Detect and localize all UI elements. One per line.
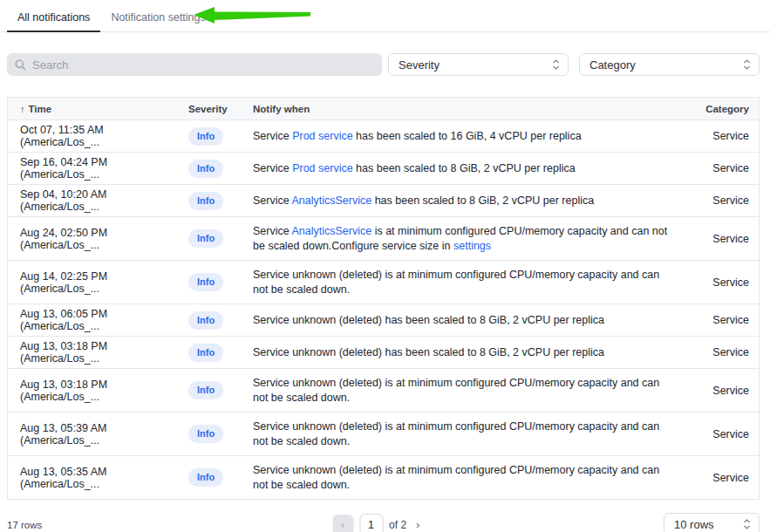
page-size-select[interactable]: 10 rows (664, 513, 760, 532)
notify-when-cell: Service Prod service has been scaled to … (253, 155, 701, 182)
table-body: Oct 07, 11:35 AM (America/Los_...InfoSer… (8, 120, 759, 500)
filter-bar: Severity Category (7, 53, 760, 76)
time-cell: Sep 04, 10:20 AM (America/Los_... (8, 188, 181, 213)
time-cell: Oct 07, 11:35 AM (America/Los_... (8, 124, 181, 148)
table-row[interactable]: Aug 13, 03:18 PM (America/Los_...InfoSer… (8, 337, 759, 369)
tab-bar: All notifications Notification settings (0, 0, 770, 32)
category-cell: Service (701, 314, 759, 326)
notify-when-text: Service unknown (deleted) is at minimum … (253, 413, 701, 455)
category-cell: Service (701, 276, 759, 289)
notification-link[interactable]: Prod service (292, 130, 352, 142)
notify-when-cell: Service AnalyticsService is at minimum c… (253, 218, 701, 260)
notification-link[interactable]: Prod service (292, 162, 352, 174)
pagination: ‹ of 2 › (332, 514, 423, 532)
severity-select-label: Severity (399, 58, 440, 72)
time-cell: Aug 14, 02:25 PM (America/Los_... (8, 270, 181, 295)
table-row[interactable]: Aug 24, 02:50 PM (America/Los_...InfoSer… (8, 217, 759, 261)
notify-when-cell: Service AnalyticsService has been scaled… (253, 188, 701, 215)
notify-when-text: Service unknown (deleted) is at minimum … (253, 370, 701, 412)
severity-cell: Info (181, 311, 253, 330)
severity-badge: Info (188, 192, 223, 210)
tab-notification-settings[interactable]: Notification settings (100, 6, 215, 31)
category-cell: Service (701, 385, 759, 397)
next-page-button[interactable]: › (412, 516, 423, 532)
time-cell: Aug 13, 03:18 PM (America/Los_... (8, 340, 181, 365)
severity-cell: Info (181, 468, 253, 487)
table-row[interactable]: Aug 14, 02:25 PM (America/Los_...InfoSer… (8, 261, 759, 304)
time-cell: Aug 13, 06:05 PM (America/Los_... (8, 308, 181, 332)
category-cell: Service (701, 428, 759, 440)
column-header-severity[interactable]: Severity (181, 104, 253, 114)
search-input[interactable] (32, 58, 374, 72)
row-count-label: 17 rows (7, 520, 42, 530)
severity-cell: Info (181, 381, 253, 399)
table-row[interactable]: Sep 16, 04:24 PM (America/Los_...InfoSer… (8, 153, 759, 185)
search-icon (15, 59, 26, 71)
severity-cell: Info (181, 127, 253, 146)
table-row[interactable]: Aug 13, 05:35 AM (America/Los_...InfoSer… (8, 456, 759, 500)
notifications-page: All notifications Notification settings … (0, 0, 770, 532)
column-header-notify-when[interactable]: Notify when (253, 104, 701, 114)
category-select-label: Category (589, 58, 636, 72)
category-cell: Service (701, 472, 759, 484)
time-cell: Aug 13, 05:39 AM (America/Los_... (8, 422, 181, 447)
table-row[interactable]: Sep 04, 10:20 AM (America/Los_...InfoSer… (8, 185, 759, 217)
severity-badge: Info (188, 160, 223, 178)
notify-when-cell: Service unknown (deleted) is at minimum … (253, 262, 701, 304)
notify-when-cell: Service Prod service has been scaled to … (253, 123, 701, 150)
severity-badge: Info (188, 468, 223, 487)
notify-when-text: Service unknown (deleted) has been scale… (253, 339, 701, 366)
severity-badge: Info (188, 381, 223, 399)
time-cell: Aug 13, 05:35 AM (America/Los_... (8, 466, 181, 490)
sort-ascending-icon: ↑ (20, 104, 25, 114)
chevron-up-down-icon (552, 58, 560, 71)
severity-select[interactable]: Severity (388, 53, 569, 76)
table-row[interactable]: Aug 13, 05:39 AM (America/Los_...InfoSer… (8, 413, 759, 456)
search-box[interactable] (7, 53, 382, 76)
severity-badge: Info (188, 311, 223, 330)
page-number-input[interactable] (359, 514, 383, 532)
category-cell: Service (701, 233, 759, 245)
severity-cell: Info (181, 425, 253, 443)
notify-when-cell: Service unknown (deleted) has been scale… (253, 307, 701, 334)
table-header-row: ↑Time Severity Notify when Category (8, 98, 759, 120)
severity-badge: Info (188, 425, 223, 443)
page-size-label: 10 rows (674, 518, 714, 531)
page-total-label: of 2 (389, 519, 406, 531)
notify-when-text: Service unknown (deleted) has been scale… (253, 307, 701, 334)
table-row[interactable]: Aug 13, 06:05 PM (America/Los_...InfoSer… (8, 304, 759, 337)
column-header-time[interactable]: ↑Time (8, 104, 181, 114)
notification-link[interactable]: settings (453, 240, 491, 252)
previous-page-button[interactable]: ‹ (332, 515, 353, 532)
severity-cell: Info (181, 344, 253, 362)
category-select[interactable]: Category (579, 53, 760, 76)
table-row[interactable]: Oct 07, 11:35 AM (America/Los_...InfoSer… (8, 120, 759, 153)
category-cell: Service (701, 130, 759, 142)
notify-when-text: Service AnalyticsService is at minimum c… (253, 218, 701, 260)
notify-when-cell: Service unknown (deleted) is at minimum … (253, 370, 701, 412)
notify-when-cell: Service unknown (deleted) is at minimum … (253, 457, 701, 499)
notify-when-cell: Service unknown (deleted) has been scale… (253, 339, 701, 366)
notify-when-cell: Service unknown (deleted) is at minimum … (253, 413, 701, 455)
category-cell: Service (701, 346, 759, 358)
severity-badge: Info (188, 273, 223, 291)
notify-when-text: Service Prod service has been scaled to … (253, 155, 701, 182)
severity-badge: Info (188, 344, 223, 362)
table-row[interactable]: Aug 13, 03:18 PM (America/Los_...InfoSer… (8, 369, 759, 413)
tab-all-notifications[interactable]: All notifications (7, 6, 100, 31)
category-cell: Service (701, 194, 759, 207)
severity-cell: Info (181, 192, 253, 210)
table-footer: 17 rows ‹ of 2 › 10 rows (7, 513, 760, 532)
column-header-category[interactable]: Category (701, 104, 759, 114)
notify-when-text: Service Prod service has been scaled to … (253, 123, 701, 150)
severity-cell: Info (181, 160, 253, 178)
category-cell: Service (701, 162, 759, 174)
severity-cell: Info (181, 229, 253, 248)
time-cell: Sep 16, 04:24 PM (America/Los_... (8, 156, 181, 181)
notification-link[interactable]: AnalyticsService (291, 194, 371, 207)
notification-link[interactable]: AnalyticsService (291, 225, 371, 237)
time-cell: Aug 13, 03:18 PM (America/Los_... (8, 379, 181, 403)
notify-when-text: Service unknown (deleted) is at minimum … (253, 262, 701, 304)
notify-when-text: Service AnalyticsService has been scaled… (253, 188, 701, 215)
notifications-table: ↑Time Severity Notify when Category Oct … (7, 97, 760, 500)
